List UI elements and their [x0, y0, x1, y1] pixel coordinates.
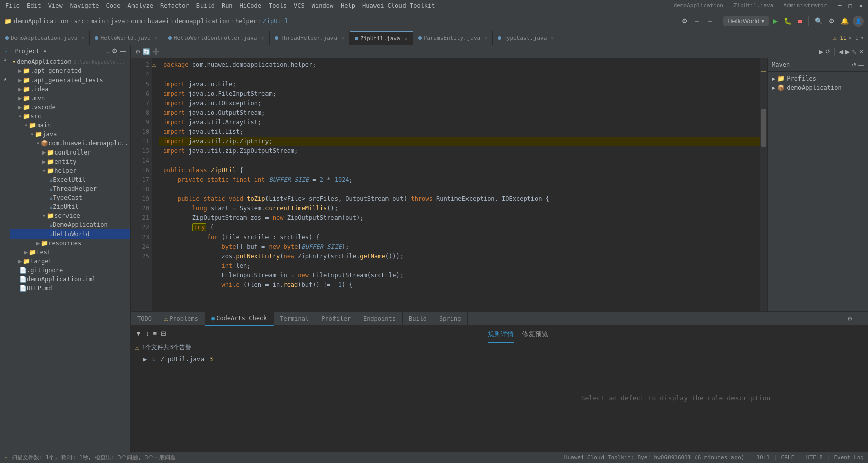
breadcrumb-demoapplication2[interactable]: demoapplication — [175, 18, 229, 25]
toolbar-back[interactable]: ← — [692, 16, 702, 26]
tab-close[interactable]: ✕ — [484, 35, 487, 41]
scroll-thumb[interactable] — [761, 109, 766, 146]
tree-item-threadhelper[interactable]: ☕ ThreadHelper — [10, 184, 130, 193]
toolbar-avatar[interactable]: 👤 — [853, 16, 864, 27]
tree-item-demoapplication[interactable]: ▾ demoApplication D:\workspace\d... — [10, 57, 130, 66]
filter-icon[interactable]: ▼ — [135, 330, 142, 337]
tree-item-java[interactable]: ▾ 📁 java — [10, 130, 130, 139]
tab-helloworldcontroller[interactable]: HelloWorldController.java ✕ — [163, 31, 270, 45]
window-maximize[interactable]: □ — [846, 1, 855, 10]
editor-toolbar-expand[interactable]: ⤡ — [852, 48, 857, 55]
sidebar-settings-btn[interactable]: ⚙ — [112, 47, 118, 55]
tree-item-apt-generated[interactable]: ▶ 📁 .apt_generated — [10, 66, 130, 75]
tab-threadhelper[interactable]: ThreadHelper.java ✕ — [270, 31, 350, 45]
run-config-selector[interactable]: HelloWorld ▾ — [723, 16, 769, 26]
tree-item-entity[interactable]: ▶ 📁 entity — [10, 157, 130, 166]
tree-item-ziputil[interactable]: ☕ ZipUtil — [10, 202, 130, 211]
structure-icon[interactable]: S — [1, 56, 8, 63]
window-minimize[interactable]: ─ — [835, 1, 844, 10]
tab-todo[interactable]: TODO — [131, 312, 158, 326]
tree-item-apt-generated-tests[interactable]: ▶ 📁 .apt_generated_tests — [10, 75, 130, 85]
tab-paramsentity[interactable]: ParamsEntity.java ✕ — [413, 31, 493, 45]
favorites-icon[interactable]: ★ — [1, 75, 9, 83]
editor-toolbar-right[interactable]: ▶ — [845, 48, 850, 55]
menu-item-refactor[interactable]: Refactor — [157, 1, 192, 10]
menu-item-huawei[interactable]: Huawei Cloud Toolkit — [359, 1, 438, 10]
tree-item-test[interactable]: ▶ 📁 test — [10, 248, 130, 257]
tab-spring[interactable]: Spring — [433, 312, 468, 326]
tab-profiler[interactable]: Profiler — [315, 312, 357, 326]
menu-item-navigate[interactable]: Navigate — [67, 1, 102, 10]
tab-close[interactable]: ✕ — [405, 36, 408, 41]
tree-item-helper[interactable]: ▾ 📁 helper — [10, 166, 130, 175]
editor-toolbar-add[interactable]: ➕ — [152, 48, 160, 55]
toolbar-settings[interactable]: ⚙ — [680, 16, 690, 26]
menu-item-help[interactable]: Help — [338, 1, 358, 10]
tree-item-src[interactable]: ▾ 📁 src — [10, 112, 130, 121]
tab-close[interactable]: ✕ — [551, 35, 554, 41]
menu-item-hicode[interactable]: HiCode — [237, 1, 264, 10]
tree-item-helloworld-selected[interactable]: ☕ HelloWorld — [10, 229, 130, 239]
maven-refresh-btn[interactable]: ↺ — [852, 62, 856, 68]
tree-item-com-huawei[interactable]: ▾ 📦 com.huawei.demoapplc... — [10, 139, 130, 148]
tab-problems[interactable]: ⚠ Problems — [158, 312, 205, 326]
breadcrumb-helper[interactable]: helper — [235, 18, 257, 25]
breadcrumb-src[interactable]: src — [74, 18, 85, 25]
tree-item-main[interactable]: ▾ 📁 main — [10, 121, 130, 130]
sidebar-close-btn[interactable]: — — [120, 47, 126, 55]
breadcrumb-com[interactable]: com — [131, 18, 142, 25]
menu-item-window[interactable]: Window — [309, 1, 337, 10]
breadcrumb-demoapplication[interactable]: demoApplication — [14, 18, 68, 25]
tree-item-helpmd[interactable]: 📄 HELP.md — [10, 284, 130, 293]
tab-build[interactable]: Build — [403, 312, 433, 326]
menu-item-edit[interactable]: Edit — [24, 1, 44, 10]
tree-item-target[interactable]: ▶ 📁 target — [10, 257, 130, 266]
bottom-panel-settings[interactable]: ⚙ — [844, 315, 856, 322]
tree-item-controller[interactable]: ▶ 📁 controller — [10, 148, 130, 157]
tree-item-idea[interactable]: ▶ 📁 .idea — [10, 85, 130, 94]
menu-item-file[interactable]: File — [2, 1, 23, 10]
menu-item-tools[interactable]: Tools — [265, 1, 290, 10]
debug-button[interactable]: 🐛 — [782, 16, 794, 26]
toolbar-search[interactable]: 🔍 — [813, 16, 825, 26]
editor-toolbar-left[interactable]: ◀ — [839, 48, 843, 55]
toolbar-forward[interactable]: → — [704, 16, 715, 26]
toolbar-gear[interactable]: ⚙ — [827, 16, 837, 26]
menu-item-code[interactable]: Code — [103, 1, 124, 10]
sort-icon[interactable]: ↕ — [146, 330, 149, 337]
maven-profiles[interactable]: ▶ 📁 Profiles — [770, 74, 866, 83]
tree-item-excelutil[interactable]: ☕ ExcelUtil — [10, 175, 130, 184]
tab-ziputil[interactable]: ZipUtil.java ✕ — [350, 31, 413, 45]
menu-item-build[interactable]: Build — [193, 1, 218, 10]
tab-fix[interactable]: 修复预览 — [522, 330, 548, 343]
tree-item-demoapplication-java[interactable]: ☕ DemoApplication — [10, 220, 130, 229]
editor-toolbar-sync[interactable]: 🔄 — [143, 48, 150, 55]
editor-toolbar-refresh[interactable]: ↺ — [825, 48, 830, 55]
tree-item-gitignore[interactable]: 📄 .gitignore — [10, 266, 130, 275]
tree-item-mvn[interactable]: ▶ 📁 .mvn — [10, 94, 130, 103]
tab-helloworld[interactable]: HelloWorld.java ✕ — [90, 31, 163, 45]
editor-toolbar-close[interactable]: ✕ — [859, 48, 864, 55]
group-icon[interactable]: ≡ — [153, 330, 157, 337]
tab-terminal[interactable]: Terminal — [274, 312, 315, 326]
tab-close[interactable]: ✕ — [341, 35, 344, 41]
menu-item-run[interactable]: Run — [219, 1, 236, 10]
bottom-panel-close[interactable]: — — [856, 315, 868, 322]
menu-item-analyze[interactable]: Analyze — [124, 1, 156, 10]
tab-rules[interactable]: 规则详情 — [488, 330, 514, 343]
collapse-all-icon[interactable]: ⊟ — [161, 330, 166, 337]
menu-item-view[interactable]: View — [45, 1, 66, 10]
tab-close[interactable]: ✕ — [155, 35, 158, 41]
window-close[interactable]: ✕ — [856, 1, 866, 10]
editor-toolbar-settings[interactable]: ⚙ — [135, 48, 141, 55]
stop-button[interactable]: ■ — [796, 16, 804, 26]
menu-item-vcs[interactable]: VCS — [291, 1, 308, 10]
tab-close[interactable]: ✕ — [261, 35, 264, 41]
tab-close[interactable]: ✕ — [81, 35, 84, 41]
tab-demoapplication[interactable]: DemoApplication.java ✕ — [0, 31, 90, 45]
tree-item-vscode[interactable]: ▶ 📁 .vscode — [10, 103, 130, 112]
breadcrumb-huawei[interactable]: huawei — [148, 18, 169, 25]
tab-endpoints[interactable]: Endpoints — [357, 312, 403, 326]
sidebar-collapse-btn[interactable]: ≡ — [106, 47, 110, 55]
breadcrumb-main[interactable]: main — [91, 18, 105, 25]
